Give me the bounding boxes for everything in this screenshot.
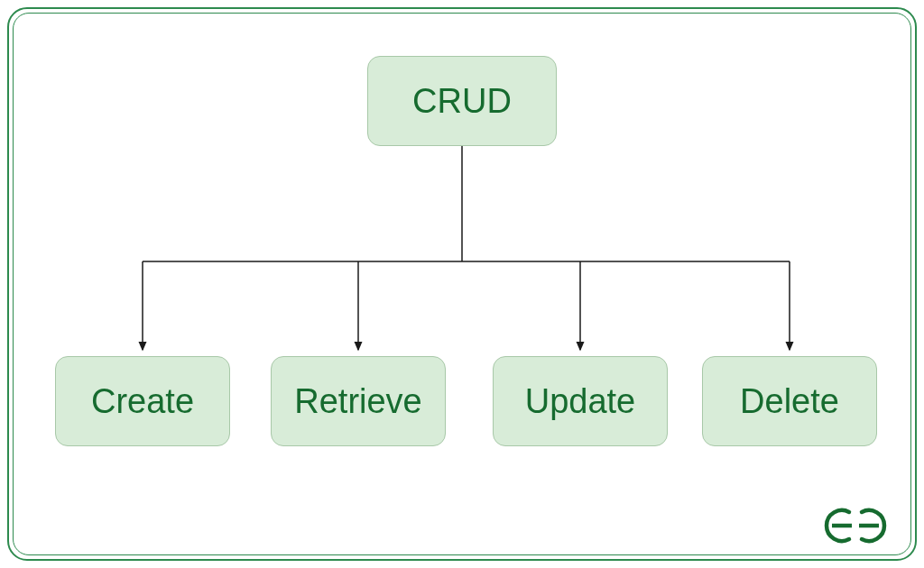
geeksforgeeks-logo-icon <box>810 503 901 548</box>
child-node-retrieve: Retrieve <box>271 356 446 446</box>
child-node-label: Update <box>525 382 636 421</box>
child-node-delete: Delete <box>702 356 877 446</box>
root-node-crud: CRUD <box>367 56 557 146</box>
child-node-update: Update <box>493 356 668 446</box>
child-node-label: Retrieve <box>294 382 422 421</box>
root-node-label: CRUD <box>412 82 512 121</box>
child-node-create: Create <box>55 356 230 446</box>
child-node-label: Create <box>91 382 194 421</box>
child-node-label: Delete <box>740 382 839 421</box>
